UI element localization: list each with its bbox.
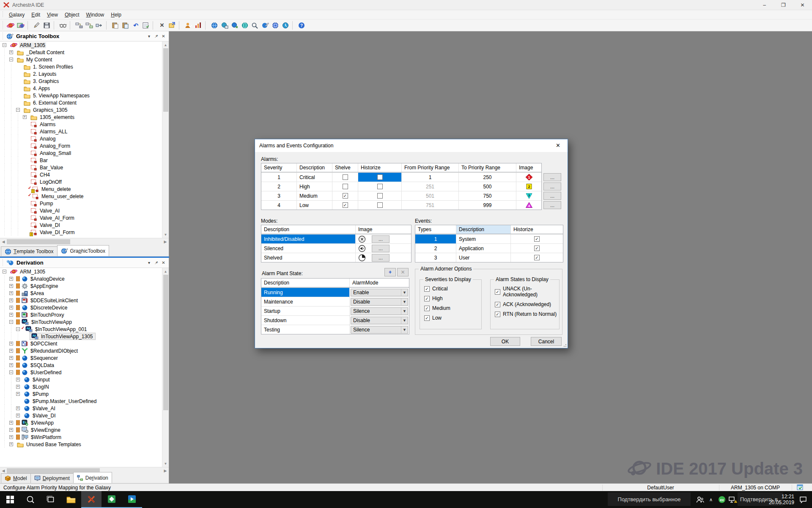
- deployment-view-icon[interactable]: [219, 20, 230, 30]
- plant-state-row[interactable]: Shutdown Disable▼: [261, 315, 409, 325]
- ok-button[interactable]: OK: [490, 337, 520, 346]
- tab-template-toolbox[interactable]: Template Toolbox: [1, 246, 58, 256]
- tree-item[interactable]: +$ViewApp: [0, 419, 169, 426]
- file-explorer-icon[interactable]: [61, 491, 81, 508]
- mode-row[interactable]: Inhibited/Disabled ...: [261, 234, 411, 243]
- tree-item[interactable]: 1. Screen Profiles: [0, 63, 169, 70]
- tree-expander[interactable]: +: [9, 362, 16, 369]
- paste-symbol-icon[interactable]: [110, 20, 121, 30]
- plant-state-row[interactable]: Startup Silence▼: [261, 306, 409, 315]
- plant-state-row[interactable]: Running Enable▼: [261, 287, 409, 297]
- tree-expander[interactable]: +: [9, 441, 16, 448]
- browse-image-button[interactable]: ...: [543, 182, 561, 190]
- alarm-mode-select[interactable]: Silence▼: [351, 307, 408, 315]
- option-checkbox-row[interactable]: ✓Critical: [424, 286, 481, 292]
- tree-expander[interactable]: +: [9, 290, 16, 297]
- antivirus-icon[interactable]: ex: [716, 491, 727, 508]
- panel-menu-icon[interactable]: ▾: [145, 33, 153, 40]
- pin-icon[interactable]: 📌︎: [153, 259, 160, 266]
- checkbox[interactable]: [377, 174, 383, 180]
- checkbox[interactable]: ✓: [424, 286, 430, 292]
- tab-model[interactable]: Model: [1, 473, 31, 483]
- derivation-vscrollbar[interactable]: ▲ ▼: [162, 268, 169, 467]
- tree-item[interactable]: 5. ViewApp Namespaces: [0, 92, 169, 99]
- tree-item[interactable]: +1305_elements: [0, 113, 169, 121]
- tree-expander[interactable]: −: [16, 106, 23, 113]
- alarm-mode-select[interactable]: Disable▼: [351, 317, 408, 324]
- tab-derivation[interactable]: Derivation: [73, 472, 112, 483]
- tree-expander[interactable]: +: [23, 113, 30, 121]
- graphic-toolbox-hscrollbar[interactable]: ◀ ▶: [0, 238, 169, 245]
- checkbox[interactable]: ✓: [424, 296, 430, 301]
- tree-item[interactable]: +$RedundantDIObject: [0, 347, 169, 354]
- tree-item[interactable]: 4. Apps: [0, 85, 169, 92]
- tree-expander[interactable]: +: [16, 390, 23, 398]
- undo-icon[interactable]: ↶: [131, 20, 141, 30]
- save-icon[interactable]: [42, 20, 52, 30]
- tree-expander[interactable]: −: [3, 268, 9, 275]
- model-view-icon[interactable]: [209, 20, 219, 30]
- checkbox[interactable]: ✓: [495, 312, 500, 317]
- tree-item[interactable]: +_Default Content: [0, 49, 169, 56]
- tree-item[interactable]: +$ViewEngine: [0, 426, 169, 433]
- resize-grip[interactable]: [563, 344, 567, 347]
- paste-object-icon[interactable]: [121, 20, 131, 30]
- alarm-mode-select[interactable]: Disable▼: [351, 298, 408, 306]
- checkbox[interactable]: ✓: [534, 246, 540, 251]
- tree-item[interactable]: −$InTouchViewApp: [0, 318, 169, 326]
- tree-expander[interactable]: +: [9, 340, 16, 347]
- close-button[interactable]: ✕: [793, 0, 812, 10]
- graphic-editor-icon[interactable]: [260, 20, 270, 30]
- task-view-icon[interactable]: [41, 491, 61, 508]
- checkbox[interactable]: ✓: [343, 193, 348, 199]
- tree-item[interactable]: +Unused Base Templates: [0, 441, 169, 448]
- tree-item[interactable]: Pump: [0, 200, 169, 207]
- archestra-ide-taskbar-icon[interactable]: [81, 491, 102, 508]
- tree-item[interactable]: ✓!Menu_delete: [0, 185, 169, 193]
- tree-expander[interactable]: +: [9, 311, 16, 318]
- convert-icon[interactable]: [94, 20, 104, 30]
- checkbox[interactable]: [377, 202, 383, 208]
- tree-item[interactable]: Alarms_ALL: [0, 128, 169, 135]
- tree-item[interactable]: Valve_AI_Form: [0, 214, 169, 221]
- option-checkbox-row[interactable]: ✓Medium: [424, 305, 481, 311]
- plant-state-row[interactable]: Maintenance Disable▼: [261, 297, 409, 306]
- checkbox[interactable]: ✓: [424, 315, 430, 321]
- mode-row[interactable]: Shelved ...: [261, 253, 411, 262]
- add-plant-state-button[interactable]: +: [384, 268, 396, 276]
- tree-expander[interactable]: +: [16, 376, 23, 383]
- tree-item[interactable]: −My Content: [0, 56, 169, 63]
- derive-instance-icon[interactable]: [84, 20, 94, 30]
- events-view-icon[interactable]: [280, 20, 291, 30]
- tree-item[interactable]: Valve_DI: [0, 221, 169, 229]
- checkbox[interactable]: ✓: [495, 302, 500, 307]
- intouch-green-taskbar-icon[interactable]: [102, 491, 122, 508]
- plant-state-row[interactable]: Testing Silence▼: [261, 325, 409, 334]
- tree-item[interactable]: +$SQLData: [0, 362, 169, 369]
- tree-item[interactable]: Bar_Value: [0, 164, 169, 171]
- galaxy-open-icon[interactable]: [16, 20, 26, 30]
- browse-image-button[interactable]: ...: [372, 235, 390, 243]
- option-checkbox-row[interactable]: ✓ACK (Acknowledged): [495, 301, 559, 307]
- tree-expander[interactable]: +: [9, 426, 16, 433]
- menu-window[interactable]: Window: [83, 11, 108, 19]
- option-checkbox-row[interactable]: ✓High: [424, 295, 481, 301]
- event-row[interactable]: 3 User ✓: [415, 253, 563, 262]
- dialog-close-icon[interactable]: ✕: [549, 139, 568, 152]
- browse-image-button[interactable]: ...: [543, 192, 561, 200]
- tree-item[interactable]: −$UserDefined: [0, 369, 169, 376]
- tree-expander[interactable]: −: [3, 41, 9, 49]
- edit-icon[interactable]: [32, 20, 42, 30]
- galaxy-new-icon[interactable]: [5, 20, 16, 30]
- checkbox[interactable]: ✓: [495, 289, 500, 295]
- galaxy-browser-icon[interactable]: [240, 20, 250, 30]
- tree-item[interactable]: Bar: [0, 157, 169, 164]
- tree-item[interactable]: +$Valve_DI: [0, 412, 169, 419]
- panel-menu-icon[interactable]: ▾: [145, 259, 153, 266]
- tree-item[interactable]: +$LogIN: [0, 383, 169, 390]
- menu-help[interactable]: Help: [107, 11, 125, 19]
- checkbox[interactable]: [343, 184, 348, 189]
- menu-galaxy[interactable]: Galaxy: [5, 11, 28, 19]
- tree-item[interactable]: +$Area: [0, 290, 169, 297]
- user-check-icon[interactable]: [183, 20, 193, 30]
